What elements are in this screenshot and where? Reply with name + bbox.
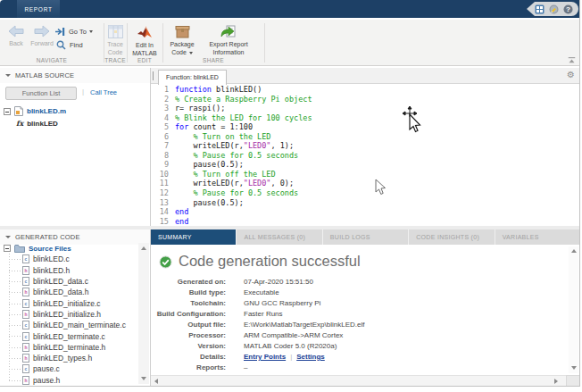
collapse-expander-icon[interactable]: [4, 245, 11, 252]
matlab-source-header[interactable]: MATLAB SOURCE: [0, 68, 150, 83]
folder-icon: [14, 244, 25, 253]
code-line[interactable]: 11 writeLED(r,"LED0", 0);: [151, 179, 580, 188]
report-tab-code-insights[interactable]: CODE INSIGHTS (0): [409, 229, 494, 245]
code-line[interactable]: 10 % Turn off the LED: [151, 170, 580, 179]
app-window: REPORT ? Back Forward Go To Find: [0, 0, 580, 387]
code-text: for count = 1:100: [175, 122, 253, 132]
file-icon: c: [22, 254, 29, 263]
scroll-down-icon[interactable]: [571, 366, 577, 370]
link-entry-points[interactable]: Entry Points: [244, 353, 286, 361]
report-row-label: Processor:: [151, 331, 226, 339]
report-hscrollbar[interactable]: [151, 375, 566, 387]
trace-code-button[interactable]: TraceCode: [104, 25, 127, 56]
layout-icon[interactable]: [535, 4, 545, 14]
scroll-left-icon[interactable]: [154, 379, 158, 384]
function-tab[interactable]: Function: blinkLED: [158, 70, 227, 85]
tree-item-file[interactable]: cblinkLED_main_terminate.c: [4, 320, 137, 330]
tree-item-blinkled-m[interactable]: blinkLED.m: [4, 106, 66, 116]
tree-item-file[interactable]: hblinkLED.h: [4, 265, 137, 276]
tree-item-file[interactable]: hblinkLED_types.h: [4, 353, 137, 363]
file-name: blinkLED_initialize.h: [33, 310, 101, 319]
tree-item-file[interactable]: cblinkLED_terminate.c: [4, 330, 137, 341]
report-tab-summary[interactable]: SUMMARY: [151, 229, 236, 245]
mfile-icon: [14, 106, 23, 116]
gear-icon[interactable]: ⚙: [567, 71, 575, 79]
code-line[interactable]: 1function blinkLED(): [151, 85, 580, 95]
tree-item-file[interactable]: hblinkLED_initialize.h: [4, 309, 137, 320]
report-title: Code generation successful: [179, 253, 361, 270]
scroll-down-icon[interactable]: [141, 377, 146, 380]
report-tab-variables[interactable]: VARIABLES: [495, 229, 580, 245]
forward-arrow-icon: [33, 25, 51, 38]
edit-in-matlab-button[interactable]: Edit InMATLAB: [127, 25, 162, 57]
package-code-button[interactable]: PackageCode: [164, 25, 200, 56]
tree-item-file[interactable]: cpause.c: [4, 363, 137, 374]
tree-scrollbar[interactable]: [138, 243, 149, 384]
file-name: pause.h: [33, 376, 60, 385]
file-name: pause.c: [33, 364, 60, 373]
scroll-up-icon[interactable]: [571, 249, 577, 253]
code-line[interactable]: 7 writeLED(r,"LED0", 1);: [151, 141, 580, 151]
report-vscrollbar[interactable]: [569, 246, 578, 373]
report-row-value: –: [244, 363, 247, 371]
code-line[interactable]: 12 % Pause for 0.5 seconds: [151, 188, 580, 198]
report-tab-build-logs[interactable]: BUILD LOGS: [323, 229, 408, 245]
collapse-ribbon-icon[interactable]: [568, 57, 576, 63]
report-row-label: Reports:: [151, 363, 226, 371]
file-icon: c: [22, 321, 29, 329]
tree-item-file[interactable]: hblinkLED_terminate.h: [4, 342, 137, 353]
line-number: 1: [151, 85, 169, 95]
report-row-label: Details:: [151, 353, 226, 361]
toolstrip-tabbar: REPORT ?: [0, 0, 580, 18]
resize-grip[interactable]: [566, 375, 580, 387]
tree-item-file[interactable]: hblinkLED_data.h: [4, 287, 137, 297]
code-line[interactable]: 8 % Pause for 0.5 seconds: [151, 151, 580, 161]
code-line[interactable]: 13 pause(0.5);: [151, 198, 580, 208]
tree-item-file[interactable]: cblinkLED_initialize.c: [4, 297, 137, 308]
line-number: 5: [151, 122, 169, 132]
scroll-right-icon[interactable]: [554, 379, 558, 384]
report-tab-all-messages[interactable]: ALL MESSAGES (0): [237, 229, 321, 245]
code-line[interactable]: 15end: [151, 217, 580, 227]
back-button[interactable]: Back: [4, 25, 29, 47]
code-line[interactable]: 4% Blink the LED for 100 cycles: [151, 113, 580, 123]
hint-icon[interactable]: [549, 4, 559, 14]
tree-item-file[interactable]: cblinkLED.c: [4, 254, 137, 264]
tree-item-blinkled-fn[interactable]: fx blinkLED: [16, 119, 58, 128]
code-line[interactable]: 2% Create a Raspberry Pi object: [151, 95, 580, 104]
tab-report[interactable]: REPORT: [17, 0, 60, 18]
tree-item-source-files[interactable]: Source Files: [4, 243, 137, 254]
tree-item-file[interactable]: cblinkLED_data.c: [4, 276, 137, 287]
export-report-icon: [220, 25, 237, 38]
file-name: blinkLED_terminate.h: [33, 343, 105, 352]
goto-button[interactable]: Go To: [55, 27, 93, 37]
code-line[interactable]: 5for count = 1:100: [151, 122, 580, 132]
code-line[interactable]: 6 % Turn on the LED: [151, 132, 580, 142]
forward-button[interactable]: Forward: [29, 25, 55, 47]
line-number: 2: [151, 95, 169, 104]
tree-guide-line: [9, 347, 21, 348]
report-row: Version:MATLAB Coder 5.0 (R2020a): [151, 340, 561, 351]
code-line[interactable]: 9 pause(0.5);: [151, 160, 580, 170]
call-tree-tab[interactable]: Call Tree: [90, 88, 117, 96]
quick-access-toolbar: ?: [527, 2, 578, 16]
toolstrip-ribbon: Back Forward Go To Find TraceCode Edit I…: [0, 20, 580, 66]
package-caret: [189, 52, 193, 54]
tree-item-file[interactable]: hpause.h: [4, 375, 137, 386]
find-button[interactable]: Find: [56, 40, 83, 50]
trace-code-icon: [108, 25, 123, 38]
collapse-expander-icon[interactable]: [4, 108, 11, 115]
code-line[interactable]: 14end: [151, 207, 580, 217]
file-name: blinkLED_data.c: [33, 277, 88, 286]
export-report-button[interactable]: Export ReportInformation: [200, 25, 257, 56]
file-name: blinkLED_terminate.c: [33, 332, 105, 341]
code-text: % Turn on the LED: [175, 132, 270, 142]
function-list-tab[interactable]: Function List: [5, 87, 77, 100]
help-icon[interactable]: ?: [563, 4, 573, 14]
tree-guide-line: [9, 380, 21, 381]
link-settings[interactable]: Settings: [296, 353, 325, 361]
scroll-up-icon[interactable]: [141, 246, 146, 250]
file-icon: h: [22, 376, 29, 385]
code-line[interactable]: 3r= raspi();: [151, 104, 580, 113]
report-row: Reports:–: [151, 362, 561, 372]
